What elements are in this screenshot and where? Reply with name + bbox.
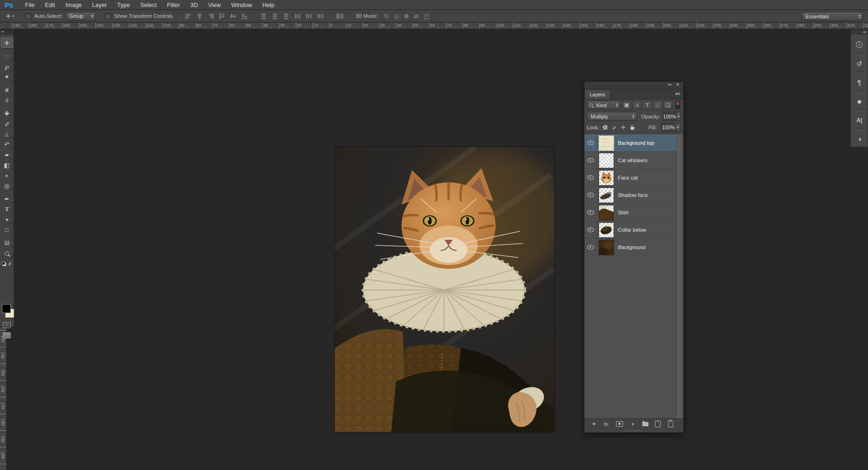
filter-adjustment-layers-icon[interactable]: ◑ — [632, 101, 641, 110]
distribute-top-edges-icon[interactable] — [260, 13, 268, 19]
zoom-tool[interactable] — [1, 248, 13, 258]
layers-scrollbar[interactable] — [677, 134, 683, 419]
default-colors-icon[interactable] — [2, 262, 6, 266]
filter-type-layers-icon[interactable]: T — [643, 101, 652, 110]
blend-mode-dropdown[interactable]: Multiply — [587, 112, 637, 121]
dodge-tool[interactable]: ◎ — [1, 180, 13, 191]
layer-visibility-toggle[interactable] — [584, 187, 597, 204]
layer-row[interactable]: Shadow face — [584, 187, 683, 204]
hand-tool[interactable]: Ɯ — [1, 238, 13, 248]
quick-mask-button[interactable] — [3, 322, 11, 328]
filter-pixel-layers-icon[interactable]: ▣ — [622, 101, 631, 110]
layer-name[interactable]: Background — [618, 244, 646, 250]
layer-name[interactable]: Collar below — [618, 227, 647, 233]
layer-thumbnail[interactable] — [599, 136, 614, 150]
3d-camera-icon[interactable]: ◫ — [424, 13, 429, 20]
menu-item-edit[interactable]: Edit — [40, 0, 61, 10]
layer-thumbnail[interactable] — [599, 205, 614, 220]
layer-name[interactable]: Cat whiskers — [618, 157, 647, 163]
align-right-edges-icon[interactable] — [207, 13, 214, 19]
layer-thumbnail[interactable] — [599, 223, 614, 237]
lock-all-icon[interactable] — [629, 124, 636, 131]
layer-name[interactable]: Shadow face — [618, 192, 648, 198]
layer-row[interactable]: Collar below — [584, 221, 683, 239]
layer-name[interactable]: Shirt — [618, 210, 629, 215]
align-horizontal-centers-icon[interactable] — [196, 13, 203, 19]
layer-group-icon[interactable] — [642, 421, 648, 426]
layer-visibility-toggle[interactable] — [584, 169, 597, 186]
align-left-edges-icon[interactable] — [185, 13, 192, 19]
3d-roll-icon[interactable]: ◎ — [394, 13, 399, 20]
layer-visibility-toggle[interactable] — [584, 134, 597, 151]
layer-row[interactable]: Background — [584, 239, 683, 256]
blur-tool[interactable]: ◗ — [1, 170, 13, 180]
menu-item-help[interactable]: Help — [257, 0, 280, 10]
menu-item-window[interactable]: Window — [226, 0, 257, 10]
layer-style-icon[interactable]: fx. — [603, 421, 610, 427]
distribute-bottom-edges-icon[interactable] — [283, 13, 290, 19]
pen-tool[interactable]: ✒ — [1, 194, 13, 204]
layer-visibility-toggle[interactable] — [584, 221, 597, 238]
distribute-right-edges-icon[interactable] — [317, 13, 324, 19]
layer-thumbnail[interactable] — [599, 153, 614, 168]
tab-layers[interactable]: Layers — [584, 89, 610, 99]
paragraph-panel-icon[interactable]: ¶ — [851, 72, 868, 91]
layer-name[interactable]: Background top — [618, 140, 654, 146]
auto-select-group-dropdown[interactable]: Group — [65, 12, 96, 21]
lock-pixels-icon[interactable]: ✐ — [611, 124, 618, 131]
align-vertical-centers-icon[interactable] — [230, 13, 237, 19]
spot-healing-tool[interactable]: ✚ — [1, 108, 13, 118]
shape-tool[interactable]: □ — [1, 225, 13, 235]
marquee-tool[interactable]: ◌ — [1, 51, 13, 61]
filter-toggle-switch[interactable] — [675, 101, 680, 109]
toolbar-grip[interactable] — [2, 35, 12, 37]
delete-layer-icon[interactable] — [667, 421, 674, 427]
fill-field[interactable]: 100% — [661, 123, 681, 132]
align-top-edges-icon[interactable] — [219, 13, 226, 19]
character-panel-icon[interactable]: A| — [851, 110, 868, 128]
lock-transparency-icon[interactable] — [601, 124, 608, 131]
layer-visibility-toggle[interactable] — [584, 239, 597, 256]
screen-mode-button[interactable] — [3, 332, 11, 338]
filter-kind-dropdown[interactable]: Kind — [587, 101, 620, 110]
lasso-tool[interactable]: ℘ — [1, 61, 13, 71]
workspace-switcher[interactable]: Essentials — [802, 12, 863, 21]
path-selection-tool[interactable]: ➤ — [1, 214, 13, 225]
info-panel-icon[interactable]: ⓘ — [851, 34, 868, 53]
3d-panel-icon[interactable]: ◆ — [851, 91, 868, 110]
move-tool[interactable]: ✛ — [1, 38, 13, 48]
layer-visibility-toggle[interactable] — [584, 204, 597, 221]
tool-preset-picker[interactable]: ✛ ▾ — [4, 12, 16, 21]
crop-tool[interactable]: # — [1, 85, 13, 95]
menu-item-layer[interactable]: Layer — [87, 0, 112, 10]
distribute-horizontal-centers-icon[interactable] — [306, 13, 313, 19]
canvas-document[interactable] — [335, 147, 554, 432]
menu-item-filter[interactable]: Filter — [162, 0, 185, 10]
chevron-down-icon[interactable] — [676, 112, 680, 120]
auto-select-checkbox[interactable] — [25, 13, 32, 19]
3d-rotate-icon[interactable]: ↻ — [384, 13, 389, 20]
distribute-left-edges-icon[interactable] — [294, 13, 301, 19]
panel-menu-icon[interactable] — [675, 91, 680, 96]
collapse-panel-icon[interactable] — [668, 83, 671, 86]
brush-tool[interactable]: ✐ — [1, 118, 13, 129]
menu-item-view[interactable]: View — [203, 0, 226, 10]
auto-align-layers-icon[interactable] — [336, 13, 343, 19]
layer-visibility-toggle[interactable] — [584, 152, 597, 169]
layer-row[interactable]: Shirt — [584, 204, 683, 221]
menu-item-select[interactable]: Select — [135, 0, 162, 10]
menu-item-3d[interactable]: 3D — [185, 0, 203, 10]
history-panel-icon[interactable]: ↺ — [851, 53, 868, 72]
gradient-tool[interactable]: ◧ — [1, 160, 13, 170]
history-brush-tool[interactable]: ↶ — [1, 139, 13, 149]
menu-item-file[interactable]: File — [20, 0, 39, 10]
lock-position-icon[interactable]: ✛ — [620, 124, 627, 131]
menu-item-image[interactable]: Image — [60, 0, 87, 10]
toolbar-collapse-icon[interactable] — [0, 30, 14, 35]
layer-mask-icon[interactable] — [616, 421, 623, 427]
show-transform-controls-checkbox[interactable] — [105, 13, 111, 19]
layer-name[interactable]: Face cat — [618, 175, 638, 180]
3d-slide-icon[interactable]: ⇄ — [414, 13, 419, 20]
layer-thumbnail[interactable] — [599, 188, 614, 203]
adjustment-layer-icon[interactable]: ◑ — [629, 421, 636, 427]
